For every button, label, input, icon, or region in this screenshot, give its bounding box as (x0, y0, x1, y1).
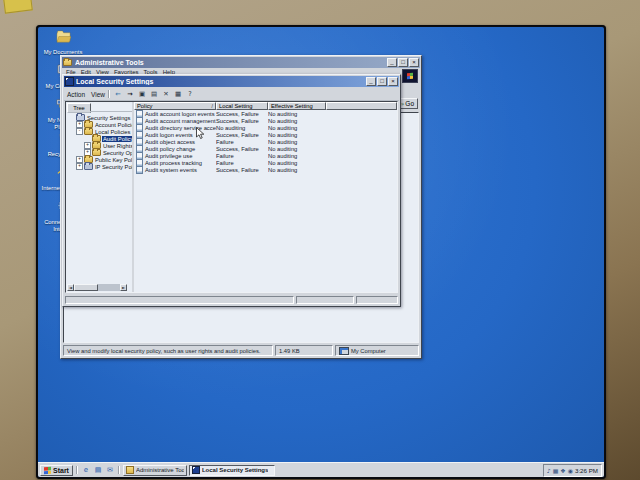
taskbar-separator (76, 466, 78, 474)
volume-icon[interactable]: ♪ (547, 466, 551, 475)
network-icon[interactable]: ▦ (553, 466, 559, 475)
policy-cell: Audit system events (134, 166, 216, 174)
tree-item-label: Account Policies (94, 122, 134, 128)
lss-toolbar: ActionView ←→▣▤✕▦? (64, 88, 399, 101)
local-setting-cell: Success, Failure (216, 118, 268, 124)
tray-icon-4[interactable]: ◉ (568, 466, 573, 475)
local-setting-cell: Success, Failure (216, 111, 268, 117)
status-pane (356, 296, 398, 304)
menu-item[interactable]: View (91, 91, 105, 98)
tree-item-label: Security Settings (86, 115, 132, 121)
tree-item-audit-policy[interactable]: Audit Policy (66, 135, 132, 142)
taskbar-tasks: Administrative ToolsLocal Security Setti… (123, 465, 275, 476)
status-pane (296, 296, 354, 304)
monitor-sticker (3, 0, 33, 14)
expand-icon[interactable]: + (76, 156, 83, 163)
help-icon[interactable]: ? (185, 89, 195, 99)
minimize-button[interactable]: _ (366, 77, 376, 86)
effective-setting-cell: No auditing (268, 153, 397, 159)
scroll-right-icon[interactable]: ► (120, 284, 127, 291)
expand-icon[interactable]: + (76, 121, 83, 128)
admin-window-controls: _□× (387, 58, 419, 67)
folder-icon (92, 149, 101, 156)
tab-strip (90, 103, 132, 112)
folder-icon (126, 466, 134, 474)
admin-titlebar[interactable]: Administrative Tools _□× (62, 57, 420, 68)
lss-toolbar-icons: ←→▣▤✕▦? (113, 89, 195, 99)
status-zone: My Computer (335, 345, 419, 356)
go-arrow-icon: » (401, 100, 405, 107)
tree-item-label: Audit Policy (102, 136, 134, 142)
tree-item-public-key-policies[interactable]: +Public Key Policies (66, 156, 132, 163)
tree-item-label: User Rights Assig (102, 143, 134, 149)
desktop-icon-my-documents[interactable]: My Documents (40, 29, 86, 56)
column-header-label: Policy (137, 103, 152, 109)
status-description: View and modify local security policy, s… (63, 345, 273, 356)
local-setting-cell: Failure (216, 139, 268, 145)
back-icon[interactable]: ← (113, 89, 123, 99)
column-header-label: Effective Setting (271, 103, 313, 109)
tree-horizontal-scrollbar[interactable]: ◄ ► (67, 284, 127, 291)
effective-setting-cell: No auditing (268, 111, 397, 117)
tree-item-label: Public Key Policies (94, 157, 134, 163)
lss-menu-bar: ActionView (67, 91, 105, 98)
lss-window-title: Local Security Settings (76, 78, 364, 85)
mouse-cursor (196, 127, 205, 140)
clock[interactable]: 3:26 PM (575, 467, 598, 474)
admin-statusbar: View and modify local security policy, s… (63, 345, 419, 356)
column-header-effective-setting[interactable]: Effective Setting (268, 102, 326, 110)
lss-titlebar[interactable]: Local Security Settings _□× (64, 76, 399, 87)
column-header-label: Local Setting (219, 103, 253, 109)
scrollbar-track[interactable] (98, 284, 120, 291)
export-list-icon[interactable]: ▤ (149, 89, 159, 99)
local-security-settings-window: Local Security Settings _□× ActionView ←… (62, 74, 401, 307)
tree-item-local-policies[interactable]: -Local Policies (66, 128, 132, 135)
tree-item-security-settings[interactable]: Security Settings (66, 114, 132, 121)
lss-statusbar (65, 296, 398, 304)
tree-pane: Tree Security Settings+Account Policies-… (66, 102, 134, 292)
close-button[interactable]: × (388, 77, 398, 86)
scrollbar-thumb[interactable] (74, 284, 98, 291)
console-panes: Tree Security Settings+Account Policies-… (65, 101, 398, 293)
toolbar-separator (108, 90, 110, 98)
expand-icon[interactable]: + (76, 163, 83, 170)
outlook-express-icon[interactable]: ✉ (105, 465, 115, 475)
tree-item-user-rights-assig[interactable]: +User Rights Assig (66, 142, 132, 149)
delete-icon[interactable]: ✕ (161, 89, 171, 99)
tree-item-security-options[interactable]: +Security Options (66, 149, 132, 156)
policy-icon (136, 166, 143, 174)
start-button[interactable]: Start (40, 465, 73, 476)
maximize-button[interactable]: □ (398, 58, 408, 67)
effective-setting-cell: No auditing (268, 118, 397, 124)
tab-tree[interactable]: Tree (67, 103, 91, 113)
forward-icon[interactable]: → (125, 89, 135, 99)
policy-list-body: Audit account logon eventsSuccess, Failu… (134, 110, 397, 173)
show-tree-icon[interactable]: ▣ (137, 89, 147, 99)
lss-window-controls: _□× (366, 77, 398, 86)
policy-row-audit-system-events[interactable]: Audit system eventsSuccess, FailureNo au… (134, 166, 397, 173)
internet-explorer-icon[interactable]: e (81, 465, 91, 475)
tree-item-ip-security-policies-on[interactable]: +IP Security Policies on (66, 163, 132, 170)
tree-item-account-policies[interactable]: +Account Policies (66, 121, 132, 128)
taskbar-task-local-security-settings[interactable]: Local Security Settings (189, 465, 275, 476)
effective-setting-cell: No auditing (268, 139, 397, 145)
status-pane (65, 296, 294, 304)
effective-setting-cell: No auditing (268, 132, 397, 138)
tray-icon-3[interactable]: ❖ (560, 466, 565, 475)
sort-indicator-icon: / (212, 103, 213, 109)
maximize-button[interactable]: □ (377, 77, 387, 86)
policy-name: Audit system events (145, 167, 197, 173)
expand-icon[interactable]: + (84, 142, 91, 149)
console-icon (192, 466, 200, 474)
show-desktop-icon[interactable]: ▤ (93, 465, 103, 475)
taskbar-task-administrative-tools[interactable]: Administrative Tools (123, 465, 187, 476)
scroll-left-icon[interactable]: ◄ (67, 284, 74, 291)
status-file-size: 1.49 KB (275, 345, 333, 356)
close-button[interactable]: × (409, 58, 419, 67)
policy-list-pane: Policy/Local SettingEffective Setting Au… (134, 102, 397, 292)
collapse-icon[interactable]: - (76, 128, 83, 135)
properties-icon[interactable]: ▦ (173, 89, 183, 99)
menu-item[interactable]: Action (67, 91, 85, 98)
column-header-local-setting[interactable]: Local Setting (216, 102, 268, 110)
minimize-button[interactable]: _ (387, 58, 397, 67)
